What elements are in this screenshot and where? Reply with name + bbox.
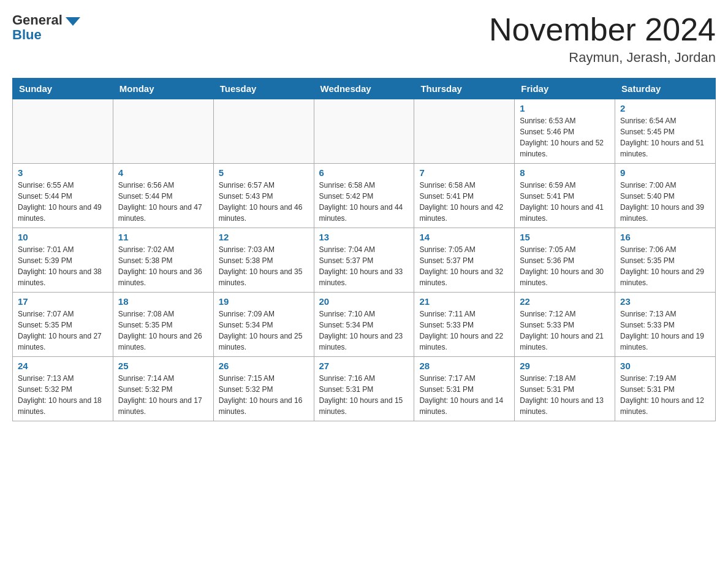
- table-row: 22Sunrise: 7:12 AMSunset: 5:33 PMDayligh…: [515, 293, 615, 357]
- calendar-subtitle: Raymun, Jerash, Jordan: [489, 50, 716, 66]
- day-info: Sunrise: 7:13 AMSunset: 5:32 PMDaylight:…: [18, 373, 108, 417]
- table-row: 28Sunrise: 7:17 AMSunset: 5:31 PMDayligh…: [414, 357, 515, 421]
- table-row: [414, 99, 515, 164]
- day-info: Sunrise: 7:11 AMSunset: 5:33 PMDaylight:…: [419, 308, 509, 353]
- calendar-week-row: 10Sunrise: 7:01 AMSunset: 5:39 PMDayligh…: [13, 228, 716, 293]
- day-number: 30: [620, 361, 710, 371]
- header-friday: Friday: [515, 79, 615, 99]
- day-number: 13: [319, 232, 409, 242]
- table-row: 17Sunrise: 7:07 AMSunset: 5:35 PMDayligh…: [13, 293, 113, 357]
- table-row: 20Sunrise: 7:10 AMSunset: 5:34 PMDayligh…: [314, 293, 414, 357]
- day-info: Sunrise: 7:08 AMSunset: 5:35 PMDaylight:…: [118, 308, 208, 353]
- logo-general: General: [12, 12, 80, 28]
- page-header: General Blue November 2024 Raymun, Jeras…: [12, 12, 716, 66]
- day-info: Sunrise: 7:04 AMSunset: 5:37 PMDaylight:…: [319, 244, 409, 288]
- table-row: [213, 99, 314, 164]
- day-number: 20: [319, 296, 409, 307]
- day-number: 3: [18, 167, 108, 178]
- table-row: [314, 99, 414, 164]
- day-info: Sunrise: 6:58 AMSunset: 5:42 PMDaylight:…: [319, 180, 409, 224]
- table-row: 14Sunrise: 7:05 AMSunset: 5:37 PMDayligh…: [414, 228, 515, 293]
- day-info: Sunrise: 7:18 AMSunset: 5:31 PMDaylight:…: [520, 373, 610, 417]
- calendar-table: Sunday Monday Tuesday Wednesday Thursday…: [12, 78, 716, 421]
- day-info: Sunrise: 6:56 AMSunset: 5:44 PMDaylight:…: [118, 180, 208, 224]
- day-number: 4: [118, 167, 208, 178]
- day-number: 19: [219, 296, 309, 307]
- day-number: 21: [419, 296, 509, 307]
- day-number: 5: [219, 167, 309, 178]
- logo: General Blue: [12, 12, 80, 43]
- table-row: 29Sunrise: 7:18 AMSunset: 5:31 PMDayligh…: [515, 357, 615, 421]
- day-number: 23: [620, 296, 710, 307]
- day-info: Sunrise: 7:09 AMSunset: 5:34 PMDaylight:…: [219, 308, 309, 353]
- calendar-header-row: Sunday Monday Tuesday Wednesday Thursday…: [13, 79, 716, 99]
- day-info: Sunrise: 7:05 AMSunset: 5:37 PMDaylight:…: [419, 244, 509, 288]
- table-row: 12Sunrise: 7:03 AMSunset: 5:38 PMDayligh…: [213, 228, 314, 293]
- table-row: 10Sunrise: 7:01 AMSunset: 5:39 PMDayligh…: [13, 228, 113, 293]
- table-row: 13Sunrise: 7:04 AMSunset: 5:37 PMDayligh…: [314, 228, 414, 293]
- day-info: Sunrise: 7:15 AMSunset: 5:32 PMDaylight:…: [219, 373, 309, 417]
- day-number: 29: [520, 361, 610, 371]
- logo-general-text: General: [12, 12, 63, 28]
- day-number: 7: [419, 167, 509, 178]
- day-info: Sunrise: 7:12 AMSunset: 5:33 PMDaylight:…: [520, 308, 610, 353]
- table-row: 3Sunrise: 6:55 AMSunset: 5:44 PMDaylight…: [13, 164, 113, 228]
- day-number: 24: [18, 361, 108, 371]
- table-row: 4Sunrise: 6:56 AMSunset: 5:44 PMDaylight…: [113, 164, 213, 228]
- day-number: 1: [520, 103, 610, 113]
- table-row: 16Sunrise: 7:06 AMSunset: 5:35 PMDayligh…: [615, 228, 716, 293]
- header-saturday: Saturday: [615, 79, 716, 99]
- day-info: Sunrise: 6:54 AMSunset: 5:45 PMDaylight:…: [620, 115, 710, 159]
- day-info: Sunrise: 7:01 AMSunset: 5:39 PMDaylight:…: [18, 244, 108, 288]
- day-info: Sunrise: 6:57 AMSunset: 5:43 PMDaylight:…: [219, 180, 309, 224]
- day-number: 6: [319, 167, 409, 178]
- day-info: Sunrise: 7:03 AMSunset: 5:38 PMDaylight:…: [219, 244, 309, 288]
- day-info: Sunrise: 6:53 AMSunset: 5:46 PMDaylight:…: [520, 115, 610, 159]
- table-row: [113, 99, 213, 164]
- table-row: 19Sunrise: 7:09 AMSunset: 5:34 PMDayligh…: [213, 293, 314, 357]
- day-info: Sunrise: 7:16 AMSunset: 5:31 PMDaylight:…: [319, 373, 409, 417]
- table-row: 23Sunrise: 7:13 AMSunset: 5:33 PMDayligh…: [615, 293, 716, 357]
- table-row: 18Sunrise: 7:08 AMSunset: 5:35 PMDayligh…: [113, 293, 213, 357]
- table-row: 15Sunrise: 7:05 AMSunset: 5:36 PMDayligh…: [515, 228, 615, 293]
- table-row: 11Sunrise: 7:02 AMSunset: 5:38 PMDayligh…: [113, 228, 213, 293]
- table-row: 5Sunrise: 6:57 AMSunset: 5:43 PMDaylight…: [213, 164, 314, 228]
- table-row: 24Sunrise: 7:13 AMSunset: 5:32 PMDayligh…: [13, 357, 113, 421]
- logo-arrow-icon: [66, 17, 80, 26]
- table-row: 27Sunrise: 7:16 AMSunset: 5:31 PMDayligh…: [314, 357, 414, 421]
- day-info: Sunrise: 7:05 AMSunset: 5:36 PMDaylight:…: [520, 244, 610, 288]
- day-number: 8: [520, 167, 610, 178]
- day-info: Sunrise: 7:19 AMSunset: 5:31 PMDaylight:…: [620, 373, 710, 417]
- day-info: Sunrise: 7:00 AMSunset: 5:40 PMDaylight:…: [620, 180, 710, 224]
- table-row: 30Sunrise: 7:19 AMSunset: 5:31 PMDayligh…: [615, 357, 716, 421]
- table-row: 21Sunrise: 7:11 AMSunset: 5:33 PMDayligh…: [414, 293, 515, 357]
- day-number: 27: [319, 361, 409, 371]
- day-info: Sunrise: 7:14 AMSunset: 5:32 PMDaylight:…: [118, 373, 208, 417]
- table-row: 1Sunrise: 6:53 AMSunset: 5:46 PMDaylight…: [515, 99, 615, 164]
- title-section: November 2024 Raymun, Jerash, Jordan: [489, 12, 716, 66]
- day-number: 9: [620, 167, 710, 178]
- header-monday: Monday: [113, 79, 213, 99]
- day-number: 18: [118, 296, 208, 307]
- day-info: Sunrise: 7:07 AMSunset: 5:35 PMDaylight:…: [18, 308, 108, 353]
- day-info: Sunrise: 7:02 AMSunset: 5:38 PMDaylight:…: [118, 244, 208, 288]
- day-number: 2: [620, 103, 710, 113]
- day-info: Sunrise: 6:58 AMSunset: 5:41 PMDaylight:…: [419, 180, 509, 224]
- table-row: 2Sunrise: 6:54 AMSunset: 5:45 PMDaylight…: [615, 99, 716, 164]
- calendar-title: November 2024: [489, 12, 716, 47]
- day-info: Sunrise: 7:13 AMSunset: 5:33 PMDaylight:…: [620, 308, 710, 353]
- day-number: 22: [520, 296, 610, 307]
- header-tuesday: Tuesday: [213, 79, 314, 99]
- day-number: 14: [419, 232, 509, 242]
- day-number: 11: [118, 232, 208, 242]
- table-row: 8Sunrise: 6:59 AMSunset: 5:41 PMDaylight…: [515, 164, 615, 228]
- table-row: 26Sunrise: 7:15 AMSunset: 5:32 PMDayligh…: [213, 357, 314, 421]
- day-info: Sunrise: 6:59 AMSunset: 5:41 PMDaylight:…: [520, 180, 610, 224]
- day-number: 15: [520, 232, 610, 242]
- header-thursday: Thursday: [414, 79, 515, 99]
- day-number: 16: [620, 232, 710, 242]
- day-number: 28: [419, 361, 509, 371]
- day-info: Sunrise: 6:55 AMSunset: 5:44 PMDaylight:…: [18, 180, 108, 224]
- day-number: 17: [18, 296, 108, 307]
- table-row: 7Sunrise: 6:58 AMSunset: 5:41 PMDaylight…: [414, 164, 515, 228]
